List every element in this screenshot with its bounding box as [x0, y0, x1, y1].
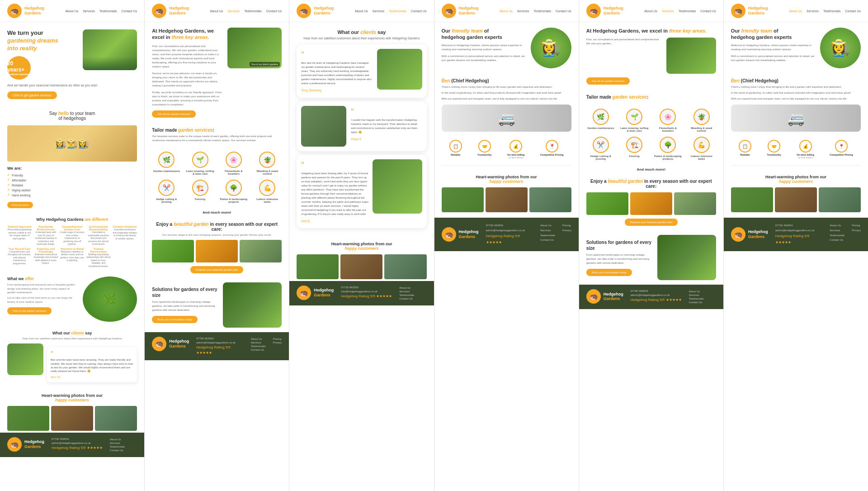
footer-link-about-5[interactable]: About Us	[689, 290, 704, 293]
nav-services-6[interactable]: Services	[807, 10, 819, 13]
footer-logo-icon-2: 🦔	[152, 337, 166, 351]
solutions-cta-2[interactable]: Book your consultation today	[586, 269, 632, 276]
footer-contact-5: 07790 462843 admin@hedgehoggardens.co.uk…	[631, 289, 682, 303]
nav-homepage: 🦔 Hedgehog Gardens About Us Services Tes…	[0, 0, 144, 22]
footer-link-contact-4[interactable]: Contact Us	[540, 238, 555, 243]
service-icon-2-2: 🌱	[626, 109, 642, 125]
footer-link-privacy-4[interactable]: Privacy	[562, 228, 571, 233]
nav-about-5[interactable]: About Us	[644, 10, 657, 13]
nav-about-6[interactable]: About Us	[789, 10, 802, 13]
nav-testimonials-6[interactable]: Testimonials	[823, 10, 841, 13]
services-cta-2[interactable]: See all our garden services	[586, 77, 630, 85]
nav-services-1[interactable]: Services	[83, 10, 95, 13]
footer-link-services-2[interactable]: Services	[251, 341, 266, 344]
chief-bio-2-3: With our experienced and energetic team,…	[731, 97, 861, 101]
feature-pricing-2: 📍 Competitive Pricing	[830, 140, 853, 159]
footer-link-pricing-6[interactable]: Pricing	[852, 223, 861, 228]
nav-contact-4[interactable]: Contact Us	[556, 10, 571, 13]
footer-link-pricing-2[interactable]: Pricing	[273, 338, 282, 340]
nav-contact-6[interactable]: Contact Us	[845, 10, 861, 13]
footer-link-contact-1[interactable]: Contact Us	[110, 449, 125, 452]
testimonial-title-1: What our clients say	[7, 331, 137, 335]
labour-icon: 💪	[259, 180, 275, 196]
we-are-item-4: Highly-skilled	[7, 188, 137, 192]
about-title-2: Our friendly team ofhedgehog garden expe…	[731, 28, 816, 41]
footer-link-about-3[interactable]: About Us	[399, 286, 414, 289]
nav-testimonials-4[interactable]: Testimonials	[534, 10, 552, 13]
nav-testimonials-3[interactable]: Testimonials	[389, 10, 406, 13]
footer-link-about-2[interactable]: About Us	[251, 338, 266, 340]
nav-contact-5[interactable]: Contact Us	[700, 10, 716, 13]
footer-link-services-1[interactable]: Services	[110, 442, 125, 444]
footer-contact-6: 07730 462843 admin@hedgehoggardens.co.uk…	[775, 223, 822, 246]
nav-contact-2[interactable]: Contact Us	[266, 10, 282, 13]
nav-about-4[interactable]: About Us	[500, 10, 513, 13]
nav-about-2[interactable]: About Us	[210, 10, 223, 13]
footer-link-services-5[interactable]: Services	[689, 294, 704, 296]
footer-link-testimonials-3[interactable]: Testimonials	[399, 294, 414, 296]
van-icon: 🚐	[498, 110, 515, 126]
feature-billing-2: 💰 On-time billing on time always	[797, 140, 814, 159]
hero-cta-1[interactable]: Click to get garden services	[7, 91, 57, 99]
footer-link-about-6[interactable]: About Us	[830, 223, 844, 228]
offer-cta[interactable]: Click to get garden services	[7, 307, 52, 315]
footer-link-services-3[interactable]: Services	[399, 290, 414, 293]
footer-link-about-4[interactable]: About Us	[540, 223, 555, 228]
logo-about[interactable]: 🦔 Hedgehog Gardens	[442, 4, 479, 18]
footer-link-testimonials-2[interactable]: Testimonials	[251, 345, 266, 348]
seasonal-cta[interactable]: Request your bespoke garden plan	[190, 266, 243, 273]
service-name-6: Fencing	[185, 198, 214, 200]
service-icon-2-4: 🪴	[693, 109, 710, 125]
dark-footer-inner-6: 🦔 Hedgehog Gardens 07730 462843 admin@he…	[731, 223, 861, 246]
footer-link-services-6[interactable]: Services	[830, 228, 844, 233]
solutions-cta[interactable]: Book your consultation today	[152, 316, 198, 323]
feature-trustworthy-2: 🤝 Trustworthy	[767, 140, 781, 159]
footer-link-contact-3[interactable]: Contact Us	[399, 297, 414, 300]
nav-contact-3[interactable]: Contact Us	[411, 10, 427, 13]
logo-homepage[interactable]: 🦔 Hedgehog Gardens	[7, 4, 44, 18]
nav-services-4[interactable]: Services	[517, 10, 529, 13]
footer-link-contact-5[interactable]: Contact Us	[689, 301, 704, 304]
logo-about-2[interactable]: 🦔 Hedgehog Gardens	[731, 4, 768, 18]
footer-link-testimonials-6[interactable]: Testimonials	[830, 233, 844, 238]
nav-testimonials-5[interactable]: Testimonials	[679, 10, 696, 13]
happy-photos-4	[442, 187, 571, 212]
nav-services-5[interactable]: Services	[662, 10, 674, 13]
about-text-col: Our friendly team ofhedgehog garden expe…	[442, 28, 526, 62]
nav-testimonials-1[interactable]: Testimonials	[99, 10, 117, 13]
footer-link-contact-2[interactable]: Contact Us	[251, 348, 266, 351]
footer-link-services-4[interactable]: Services	[540, 228, 555, 233]
footer-link-privacy-2[interactable]: Privacy	[273, 341, 282, 344]
nav-links-5: About Us Services Testimonials Contact U…	[644, 10, 716, 13]
nav-services-2[interactable]: Services	[227, 10, 240, 13]
footer-link-pricing-4[interactable]: Pricing	[562, 223, 571, 228]
footer-links-extra-2: Pricing Privacy	[273, 337, 282, 345]
service-icon-2-7: 🌳	[660, 137, 676, 153]
divider-6	[731, 165, 861, 166]
footer-link-testimonials-5[interactable]: Testimonials	[689, 297, 704, 300]
nav-contact-1[interactable]: Contact Us	[122, 10, 137, 13]
seasonal-cta-2[interactable]: Request your bespoke garden plan	[625, 219, 678, 226]
footer-link-testimonials-1[interactable]: Testimonials	[110, 445, 125, 448]
solutions-text-2: From apartment landscapes to charming co…	[586, 253, 653, 265]
footer-link-about-1[interactable]: About Us	[110, 438, 125, 441]
nav-links-2: About Us Services Testimonials Contact U…	[210, 10, 282, 13]
team-photo-1	[7, 125, 137, 162]
logo-services-2[interactable]: 🦔 Hedgehog Gardens	[586, 4, 623, 18]
nav-testimonials-2[interactable]: Testimonials	[244, 10, 262, 13]
testimonial-big-img-1	[377, 49, 422, 90]
nav-services-3[interactable]: Services	[373, 10, 385, 13]
logo-testimonials[interactable]: 🦔 Hedgehog Gardens	[297, 4, 334, 18]
happy-photos-6	[731, 187, 861, 212]
logo-services[interactable]: 🦔 Hedgehog Gardens	[152, 4, 189, 18]
nav-about-1[interactable]: About Us	[65, 10, 78, 13]
footer-link-contact-6[interactable]: Contact Us	[830, 238, 844, 243]
nav-links-1: About Us Services Testimonials Contact U…	[65, 10, 137, 13]
services-hero-cta[interactable]: See all our garden services	[152, 110, 196, 118]
chief-bio-2-1: There's nothing more I enjoy than bringi…	[731, 85, 861, 89]
footer-link-privacy-6[interactable]: Privacy	[852, 228, 861, 233]
we-are-cta[interactable]: Find out more	[7, 202, 33, 208]
nav-about-3[interactable]: About Us	[355, 10, 368, 13]
footer-link-testimonials-4[interactable]: Testimonials	[540, 233, 555, 238]
about-title: Our friendly team ofhedgehog garden expe…	[442, 28, 526, 41]
